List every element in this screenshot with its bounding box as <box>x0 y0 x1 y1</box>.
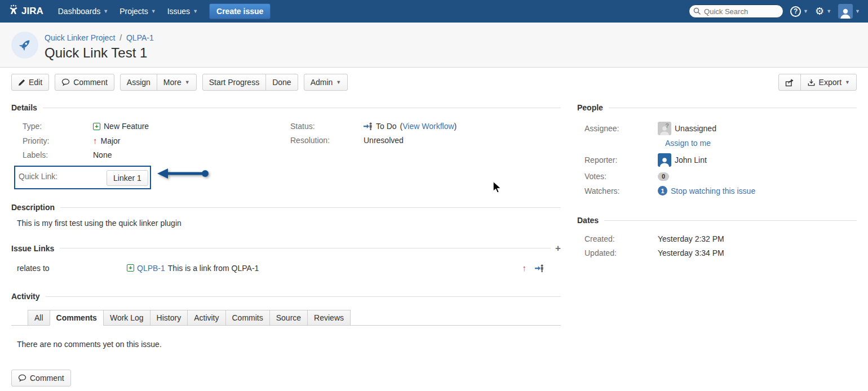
tab-activity[interactable]: Activity <box>187 310 225 326</box>
annotation-arrow <box>156 167 210 180</box>
updated-value: Yesterday 3:34 PM <box>658 248 724 257</box>
divider <box>46 296 561 297</box>
linked-issue-key[interactable]: QLPB-1 <box>137 264 165 273</box>
watchers-badge[interactable]: 1 <box>658 186 667 196</box>
chevron-down-icon: ▼ <box>845 79 850 85</box>
resolution-label: Resolution: <box>279 136 364 145</box>
reporter-label: Reporter: <box>577 155 658 165</box>
search-input[interactable] <box>689 5 783 18</box>
comment-button-bottom[interactable]: Comment <box>11 370 71 386</box>
jira-logo[interactable]: JIRA <box>8 5 43 19</box>
tab-all[interactable]: All <box>28 310 50 326</box>
divider <box>60 248 551 248</box>
add-link-icon[interactable]: + <box>555 243 561 253</box>
new-feature-icon: + <box>93 123 100 130</box>
chevron-down-icon: ▼ <box>826 8 831 14</box>
tab-comments[interactable]: Comments <box>50 310 104 326</box>
details-heading: Details <box>11 103 37 112</box>
jira-logo-text: JIRA <box>21 6 43 17</box>
nav-issues[interactable]: Issues ▼ <box>162 0 203 23</box>
search-icon <box>693 7 701 15</box>
help-icon: ? <box>790 6 801 17</box>
page-title: Quick Link Test 1 <box>45 45 154 61</box>
status-value: To Do <box>376 122 397 131</box>
breadcrumb-project-link[interactable]: Quick Linker Project <box>45 33 115 42</box>
edit-button[interactable]: Edit <box>11 74 49 91</box>
updated-label: Updated: <box>577 248 658 257</box>
admin-button[interactable]: Admin ▼ <box>304 74 348 91</box>
pencil-icon <box>18 79 25 86</box>
breadcrumb-issue-link[interactable]: QLPA-1 <box>126 33 154 42</box>
chevron-down-icon: ▼ <box>185 79 190 85</box>
reporter-avatar <box>658 153 671 167</box>
labels-value: None <box>93 150 112 159</box>
tab-commits[interactable]: Commits <box>225 310 270 326</box>
issue-toolbar: Edit Comment Assign More ▼ Start Progres… <box>0 68 868 96</box>
new-feature-icon: + <box>127 264 134 272</box>
chevron-down-icon: ▼ <box>151 8 156 14</box>
divider <box>43 108 561 108</box>
linker-1-button[interactable]: Linker 1 <box>107 170 148 186</box>
priority-label: Priority: <box>11 136 93 145</box>
more-button[interactable]: More ▼ <box>157 74 197 91</box>
todo-status-icon <box>364 122 373 131</box>
view-workflow-link[interactable]: View Workflow <box>402 122 454 131</box>
assign-to-me-link[interactable]: Assign to me <box>665 139 711 148</box>
nav-dashboards-label: Dashboards <box>58 7 101 16</box>
chevron-down-icon: ▼ <box>803 8 808 14</box>
issue-links-heading: Issue Links <box>11 244 54 253</box>
labels-row: Labels: None <box>11 148 279 162</box>
comment-button[interactable]: Comment <box>55 74 114 91</box>
dates-section: Dates Created: Yesterday 2:32 PM Updated… <box>577 216 857 260</box>
priority-value: Major <box>101 136 121 145</box>
updated-row: Updated: Yesterday 3:34 PM <box>577 246 857 260</box>
create-issue-button[interactable]: Create issue <box>209 3 271 19</box>
project-avatar[interactable] <box>11 32 38 59</box>
tab-reviews[interactable]: Reviews <box>307 310 351 326</box>
priority-major-icon: ↑ <box>93 136 98 145</box>
linked-issue-summary: This is a link from QLPA-1 <box>168 264 259 273</box>
dates-heading: Dates <box>577 216 599 225</box>
comment-button-label: Comment <box>30 374 64 383</box>
share-button[interactable] <box>778 74 801 91</box>
gear-icon: ⚙ <box>815 6 824 16</box>
stop-watching-link[interactable]: Stop watching this issue <box>671 186 755 196</box>
divider <box>609 108 857 108</box>
votes-badge[interactable]: 0 <box>658 172 669 181</box>
assign-button[interactable]: Assign <box>120 74 157 91</box>
share-icon <box>785 78 794 87</box>
link-relation: relates to <box>17 264 127 273</box>
created-label: Created: <box>577 234 658 243</box>
help-menu[interactable]: ? ▼ <box>790 6 808 17</box>
user-menu[interactable]: ▼ <box>838 4 860 19</box>
tab-work-log[interactable]: Work Log <box>103 310 150 326</box>
tab-history[interactable]: History <box>150 310 188 326</box>
workflow-paren-close: ) <box>454 122 457 131</box>
quicklink-label: Quick Link: <box>19 172 57 181</box>
export-button[interactable]: Export ▼ <box>800 74 857 91</box>
watchers-row: Watchers: 1 Stop watching this issue <box>577 184 857 198</box>
description-heading: Description <box>11 203 55 212</box>
people-heading: People <box>577 103 603 112</box>
watchers-label: Watchers: <box>577 186 658 196</box>
chevron-down-icon: ▼ <box>103 8 108 14</box>
admin-button-label: Admin <box>311 78 333 87</box>
breadcrumb-separator: / <box>117 33 124 42</box>
admin-settings-menu[interactable]: ⚙ ▼ <box>815 6 831 16</box>
done-button[interactable]: Done <box>265 74 298 91</box>
nav-projects[interactable]: Projects ▼ <box>114 0 162 23</box>
start-progress-button[interactable]: Start Progress <box>202 74 266 91</box>
description-text: This is my first test using the quick li… <box>17 219 561 228</box>
comment-button-label: Comment <box>73 78 108 87</box>
more-button-label: More <box>163 78 181 87</box>
tab-source[interactable]: Source <box>269 310 308 326</box>
issue-header: Quick Linker Project / QLPA-1 Quick Link… <box>0 23 868 68</box>
activity-tabs: All Comments Work Log History Activity C… <box>11 310 561 326</box>
reporter-value: John Lint <box>675 155 707 165</box>
priority-major-icon: ↑ <box>522 263 527 273</box>
nav-dashboards[interactable]: Dashboards ▼ <box>52 0 114 23</box>
resolution-row: Resolution: Unresolved <box>279 134 561 148</box>
nav-issues-label: Issues <box>167 7 190 16</box>
assignee-value: Unassigned <box>675 124 716 133</box>
issue-links-section: Issue Links + relates to + QLPB-1 This i… <box>11 243 561 273</box>
